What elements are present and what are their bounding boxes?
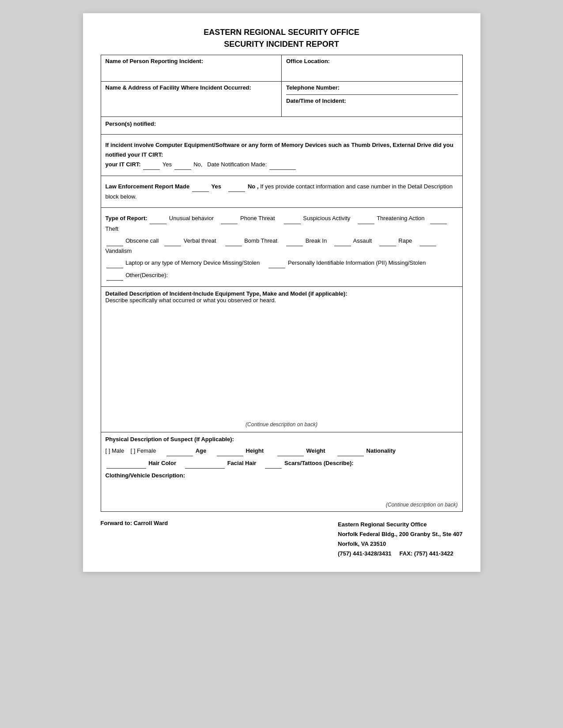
blank-laptop bbox=[106, 258, 123, 268]
suspicious-activity: Suspicious Activity bbox=[303, 215, 350, 221]
height-blank bbox=[217, 446, 243, 456]
rape: Rape bbox=[398, 237, 412, 244]
footer-block: Forward to: Carroll Ward Eastern Regiona… bbox=[101, 520, 463, 559]
type-report-row2: Obscene call Verbal threat Bomb Threat B… bbox=[106, 236, 458, 256]
blank-suspicious bbox=[284, 214, 301, 224]
physical-row3: Clothing/Vehicle Description: bbox=[106, 471, 458, 480]
blank-rape bbox=[379, 236, 396, 246]
unusual-behavior: Unusual behavior bbox=[169, 215, 214, 221]
blank-other bbox=[106, 270, 123, 281]
it-date-label: Date Notification Made: bbox=[207, 161, 267, 168]
law-enforcement-line: Law Enforcement Report Made Yes No , If … bbox=[106, 182, 458, 202]
blank-bomb bbox=[225, 236, 242, 246]
scars-blank bbox=[265, 458, 282, 469]
description-label: Detailed Description of Incident-Include… bbox=[106, 290, 458, 297]
it-cirt-section: If incident involve Computer Equipment/S… bbox=[101, 135, 463, 176]
it-yes-blank bbox=[143, 160, 160, 170]
assault: Assault bbox=[353, 237, 372, 244]
your-it-label: your IT CIRT: bbox=[106, 161, 141, 168]
weight-blank bbox=[277, 446, 304, 456]
it-date-blank bbox=[269, 160, 296, 170]
physical-label: Physical Description of Suspect (If Appl… bbox=[106, 436, 458, 443]
age-blank bbox=[166, 446, 193, 456]
top-info-table: Name of Person Reporting Incident: Offic… bbox=[101, 55, 463, 117]
footer-fax: FAX: (757) 441-3422 bbox=[400, 550, 453, 557]
vandalism: Vandalism bbox=[106, 248, 132, 254]
hair-color-label: Hair Color bbox=[148, 460, 176, 466]
laptop-missing: Laptop or any type of Memory Device Miss… bbox=[125, 259, 260, 266]
facial-hair-label: Facial Hair bbox=[227, 460, 257, 466]
footer-address2: Norfolk, VA 23510 bbox=[338, 540, 386, 547]
female-checkbox: [ ] Female bbox=[131, 447, 156, 454]
other-describe: Other(Describe): bbox=[125, 272, 168, 278]
telephone-label: Telephone Number: bbox=[286, 84, 340, 91]
it-yes-label: Yes bbox=[162, 161, 172, 168]
phone-threat: Phone Threat bbox=[240, 215, 275, 221]
blank-pii bbox=[268, 258, 285, 268]
description-sublabel: Describe specifically what occurred or w… bbox=[106, 297, 458, 304]
nationality-blank bbox=[337, 446, 364, 456]
footer-office-name: Eastern Regional Security Office bbox=[338, 521, 427, 528]
persons-notified-label: Person(s) notified: bbox=[106, 120, 156, 127]
title-block: EASTERN REGIONAL SECURITY OFFICE SECURIT… bbox=[101, 26, 463, 50]
office-location-cell: Office Location: bbox=[282, 55, 463, 82]
it-no-blank bbox=[174, 160, 191, 170]
it-cirt-text: If incident involve Computer Equipment/S… bbox=[106, 142, 453, 158]
blank-unusual bbox=[150, 214, 166, 224]
forward-label: Forward to: Carroll Ward bbox=[101, 520, 168, 526]
law-yes-blank bbox=[192, 182, 209, 192]
law-no-label: No , bbox=[248, 183, 259, 190]
verbal-threat: Verbal threat bbox=[184, 237, 216, 244]
page: EASTERN REGIONAL SECURITY OFFICE SECURIT… bbox=[83, 13, 480, 572]
type-report-row4: Other(Describe): bbox=[106, 270, 458, 281]
facial-hair-blank bbox=[185, 458, 225, 469]
physical-row1: [ ] Male [ ] Female Age Height Weight Na… bbox=[106, 446, 458, 456]
it-cirt-line: If incident involve Computer Equipment/S… bbox=[106, 140, 458, 170]
persons-notified-section: Person(s) notified: bbox=[101, 117, 463, 135]
telephone-datetime-cell: Telephone Number: Date/Time of Incident: bbox=[282, 82, 463, 117]
clothing-label: Clothing/Vehicle Description: bbox=[106, 472, 185, 479]
it-no-label: No, bbox=[193, 161, 202, 168]
law-no-blank bbox=[228, 182, 245, 192]
type-report-row1: Type of Report: Unusual behavior Phone T… bbox=[106, 214, 458, 233]
threatening-action: Threatening Action bbox=[377, 215, 424, 221]
name-address-label: Name & Address of Facility Where Inciden… bbox=[106, 84, 251, 91]
male-checkbox: [ ] Male bbox=[106, 447, 125, 454]
bomb-threat: Bomb Threat bbox=[244, 237, 277, 244]
hair-color-blank bbox=[106, 458, 146, 469]
blank-verbal bbox=[164, 236, 181, 246]
page-title: EASTERN REGIONAL SECURITY OFFICE SECURIT… bbox=[101, 26, 463, 50]
nationality-label: Nationality bbox=[367, 447, 396, 454]
theft: Theft bbox=[106, 225, 119, 232]
law-enforcement-section: Law Enforcement Report Made Yes No , If … bbox=[101, 176, 463, 207]
name-person-cell: Name of Person Reporting Incident: bbox=[101, 55, 282, 82]
blank-threatening bbox=[358, 214, 374, 224]
blank-obscene bbox=[106, 236, 123, 246]
name-address-cell: Name & Address of Facility Where Inciden… bbox=[101, 82, 282, 117]
blank-breakin bbox=[286, 236, 303, 246]
obscene-call: Obscene call bbox=[125, 237, 159, 244]
law-enforcement-label: Law Enforcement Report Made bbox=[106, 183, 190, 190]
continue-physical-note: (Continue description on back) bbox=[386, 502, 458, 508]
continue-description-note: (Continue description on back) bbox=[246, 421, 317, 428]
break-in: Break In bbox=[306, 237, 327, 244]
office-location-label: Office Location: bbox=[286, 58, 330, 64]
scars-label: Scars/Tattoos (Describe): bbox=[284, 460, 354, 466]
description-section: Detailed Description of Incident-Include… bbox=[101, 287, 463, 432]
type-report-row3: Laptop or any type of Memory Device Miss… bbox=[106, 258, 458, 268]
physical-row2: Hair Color Facial Hair Scars/Tattoos (De… bbox=[106, 458, 458, 469]
blank-vandalism bbox=[419, 236, 436, 246]
pii-missing: Personally Identifiable Information (PII… bbox=[288, 259, 426, 266]
blank-phone bbox=[221, 214, 238, 224]
age-label: Age bbox=[196, 447, 207, 454]
type-report-label: Type of Report: bbox=[106, 215, 147, 221]
datetime-label: Date/Time of Incident: bbox=[286, 98, 346, 104]
footer-address1: Norfolk Federal Bldg., 200 Granby St., S… bbox=[338, 531, 462, 537]
footer-right: Eastern Regional Security Office Norfolk… bbox=[338, 520, 462, 559]
blank-theft bbox=[430, 214, 447, 224]
footer-phone: (757) 441-3428/3431 bbox=[338, 550, 391, 557]
type-of-report-section: Type of Report: Unusual behavior Phone T… bbox=[101, 208, 463, 287]
height-label: Height bbox=[246, 447, 264, 454]
weight-label: Weight bbox=[306, 447, 325, 454]
blank-assault bbox=[334, 236, 351, 246]
